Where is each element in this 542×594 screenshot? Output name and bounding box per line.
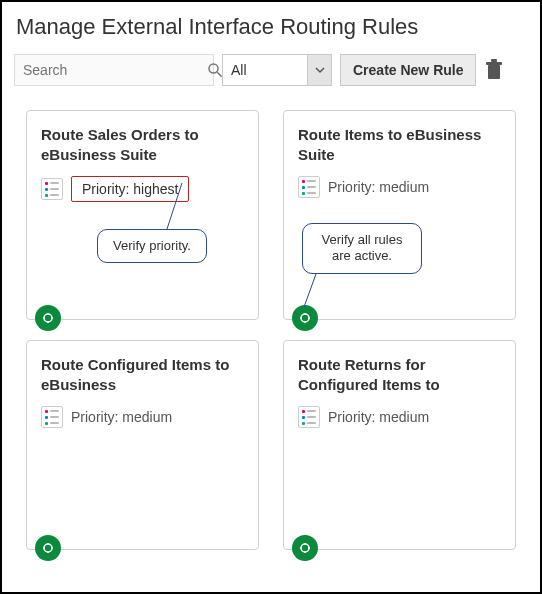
- priority-row: Priority: medium: [41, 406, 244, 428]
- app-frame: Manage External Interface Routing Rules …: [0, 0, 542, 594]
- svg-point-0: [209, 64, 218, 73]
- priority-label: Priority: medium: [328, 179, 429, 195]
- rule-grid: Route Sales Orders to eBusiness Suite Pr…: [14, 110, 528, 550]
- priority-row: Priority: medium: [298, 176, 501, 198]
- priority-row: Priority: highest: [41, 176, 244, 202]
- status-badge-icon: [292, 535, 318, 561]
- svg-point-17: [44, 544, 52, 552]
- list-icon: [298, 176, 320, 198]
- status-badge-icon: [35, 305, 61, 331]
- filter-select[interactable]: All: [222, 54, 332, 86]
- page-title: Manage External Interface Routing Rules: [16, 14, 528, 40]
- rule-card[interactable]: Route Configured Items to eBusiness Prio…: [26, 340, 259, 550]
- priority-row: Priority: medium: [298, 406, 501, 428]
- svg-rect-4: [491, 59, 497, 62]
- status-badge-icon: [35, 535, 61, 561]
- rule-title: Route Configured Items to eBusiness: [41, 355, 244, 394]
- trash-icon[interactable]: [484, 59, 504, 81]
- priority-label: Priority: highest: [71, 176, 189, 202]
- rule-title: Route Items to eBusiness Suite: [298, 125, 501, 164]
- svg-rect-3: [486, 62, 502, 65]
- list-icon: [41, 406, 63, 428]
- toolbar: All Create New Rule: [14, 54, 528, 86]
- filter-selected-value: All: [223, 55, 307, 85]
- list-icon: [41, 178, 63, 200]
- search-input[interactable]: [15, 62, 206, 78]
- create-new-rule-label: Create New Rule: [353, 62, 463, 78]
- search-field-wrap: [14, 54, 214, 86]
- priority-label: Priority: medium: [328, 409, 429, 425]
- svg-point-6: [44, 314, 52, 322]
- priority-label: Priority: medium: [71, 409, 172, 425]
- rule-card[interactable]: Route Items to eBusiness Suite Priority:…: [283, 110, 516, 320]
- rule-title: Route Returns for Configured Items to: [298, 355, 501, 394]
- rule-title: Route Sales Orders to eBusiness Suite: [41, 125, 244, 164]
- create-new-rule-button[interactable]: Create New Rule: [340, 54, 476, 86]
- status-badge-icon: [292, 305, 318, 331]
- callout: Verify priority.: [97, 229, 207, 263]
- svg-point-12: [301, 314, 309, 322]
- svg-point-22: [301, 544, 309, 552]
- list-icon: [298, 406, 320, 428]
- callout: Verify all rules are active.: [302, 223, 422, 274]
- svg-rect-2: [488, 65, 500, 79]
- chevron-down-icon: [307, 55, 331, 85]
- rule-card[interactable]: Route Returns for Configured Items to Pr…: [283, 340, 516, 550]
- rule-card[interactable]: Route Sales Orders to eBusiness Suite Pr…: [26, 110, 259, 320]
